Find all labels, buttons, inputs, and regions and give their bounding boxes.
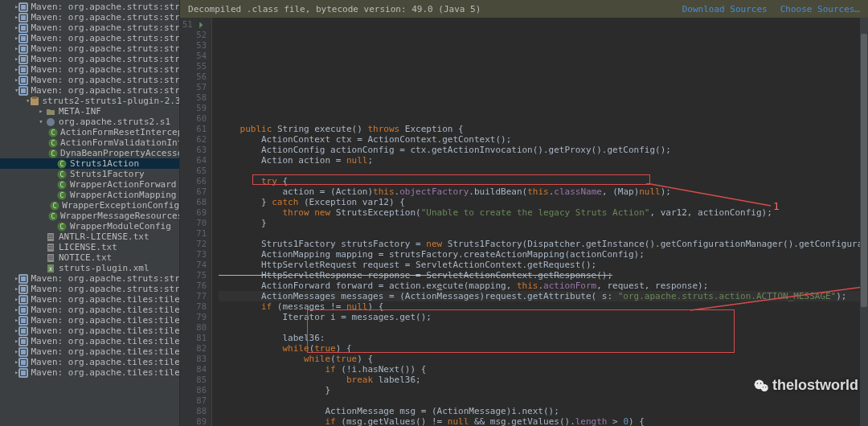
code-line[interactable]: } catch (Exception var12) {: [219, 197, 868, 207]
code-line[interactable]: [219, 166, 868, 176]
line-number: 63: [180, 145, 207, 155]
line-number: 83: [180, 354, 207, 364]
tree-item[interactable]: ▸Maven: org.apache.tiles:tiles-template:…: [0, 367, 179, 378]
file-icon: [45, 231, 56, 242]
tree-item[interactable]: ▾Maven: org.apache.struts:struts2-struts…: [0, 85, 179, 96]
svg-rect-17: [21, 57, 26, 62]
code-line[interactable]: ActionForward forward = action.execute(m…: [219, 281, 868, 291]
class-icon: C: [56, 190, 68, 200]
code-line[interactable]: while(true) {: [219, 343, 868, 354]
tree-item[interactable]: ▸Maven: org.apache.struts:struts-core:1.…: [0, 284, 179, 294]
tree-item[interactable]: NOTICE.txt: [0, 252, 179, 263]
tree-item-label: Maven: org.apache.struts:struts2-spring-…: [31, 75, 180, 85]
tree-item[interactable]: ▸Maven: org.apache.tiles:tiles-servlet:2…: [0, 357, 179, 367]
tree-item[interactable]: Xstruts-plugin.xml: [0, 263, 179, 273]
tree-item[interactable]: CWrapperMessageResources: [0, 211, 179, 221]
code-line[interactable]: HttpServletResponse response = ServletAc…: [219, 270, 868, 281]
tree-item-label: ANTLR-LICENSE.txt: [59, 231, 149, 242]
tree-item[interactable]: ▸Maven: org.apache.struts:struts2-conven…: [0, 2, 179, 12]
tree-item[interactable]: CStruts1Factory: [0, 169, 179, 179]
class-icon: C: [56, 179, 68, 190]
code-line[interactable]: while(true) {: [219, 354, 868, 364]
tree-item[interactable]: ▸Maven: org.apache.struts:struts2-siteme…: [0, 64, 179, 75]
tree-item[interactable]: CWrapperModuleConfig: [0, 221, 179, 231]
line-number: 76: [180, 281, 207, 291]
tree-item[interactable]: ▸Maven: org.apache.tiles:tiles-ognl:2.2.…: [0, 346, 179, 357]
tree-item[interactable]: ▾org.apache.struts2.s1: [0, 117, 179, 127]
tree-item[interactable]: ▸Maven: org.apache.struts:struts2-json-p…: [0, 54, 179, 64]
tree-item[interactable]: CDynaBeanPropertyAccessor: [0, 148, 179, 158]
tree-item[interactable]: ▾struts2-struts1-plugin-2.3.32.jarlibrar…: [0, 96, 179, 106]
tree-item[interactable]: ▸Maven: org.apache.struts:struts2-dojo-p…: [0, 23, 179, 33]
download-sources-link[interactable]: Download Sources: [682, 4, 768, 14]
tree-item[interactable]: ▸META-INF: [0, 106, 179, 117]
tree-item-label: Maven: org.apache.struts:struts2-dwr-plu…: [31, 33, 180, 43]
tree-item-label: Maven: org.apache.tiles:tiles-jsp:2.2.2: [31, 336, 180, 346]
banner-text: Decompiled .class file, bytecode version…: [188, 4, 481, 14]
tree-item[interactable]: ▸Maven: org.apache.struts:struts2-core:2…: [0, 12, 179, 23]
tree-item[interactable]: ▸Maven: org.apache.tiles:tiles-jsp:2.2.2: [0, 336, 179, 346]
maven-icon: [18, 294, 28, 305]
chevron-down-icon[interactable]: ▾: [37, 117, 45, 127]
tree-item-label: Maven: org.apache.tiles:tiles-core:2.2.2: [31, 305, 180, 315]
code-line[interactable]: ActionMessage msg = (ActionMessage)i.nex…: [219, 406, 868, 416]
svg-rect-8: [21, 26, 26, 31]
tree-item[interactable]: CStruts1Action: [0, 158, 179, 169]
tree-item-label: struts-plugin.xml: [59, 263, 149, 273]
maven-icon: [18, 326, 28, 336]
tree-item[interactable]: ▸Maven: org.apache.struts:struts2-dwr-pl…: [0, 33, 179, 43]
code-line[interactable]: Struts1Factory strutsFactory = new Strut…: [219, 239, 868, 249]
class-icon: C: [56, 158, 68, 169]
code-line[interactable]: ActionContext ctx = ActionContext.getCon…: [219, 134, 868, 145]
tree-item[interactable]: CWrapperActionMapping: [0, 190, 179, 200]
tree-item[interactable]: ▸Maven: org.apache.tiles:tiles-el:2.2.2: [0, 315, 179, 326]
code-line[interactable]: ActionMessages messages = (ActionMessage…: [219, 291, 868, 301]
line-gutter: 51 ⏵525354555657585960616263646566676869…: [180, 18, 212, 426]
code-line[interactable]: try {: [219, 176, 868, 186]
code-line[interactable]: ActionConfig actionConfig = ctx.getActio…: [219, 145, 868, 155]
project-tree[interactable]: ▸Maven: org.apache.struts:struts2-conven…: [0, 0, 180, 426]
code-line[interactable]: if (messages != null) {: [219, 301, 868, 312]
code-line[interactable]: action = (Action)this.objectFactory.buil…: [219, 186, 868, 197]
code-line[interactable]: label36:: [219, 333, 868, 343]
tree-item[interactable]: ▸Maven: org.apache.struts:struts2-jsf-pl…: [0, 43, 179, 54]
code-content[interactable]: 1 2 public String execute() throws Excep…: [212, 18, 868, 426]
tree-item[interactable]: LICENSE.txt: [0, 242, 179, 252]
code-line[interactable]: [219, 228, 868, 239]
tree-item[interactable]: ANTLR-LICENSE.txt: [0, 231, 179, 242]
code-line[interactable]: Action action = null;: [219, 155, 868, 166]
tree-item[interactable]: CActionFormValidationInterceptor: [0, 137, 179, 148]
code-line[interactable]: if (!i.hasNext()) {: [219, 364, 868, 375]
svg-text:C: C: [51, 129, 55, 137]
choose-sources-link[interactable]: Choose Sources…: [780, 4, 860, 14]
svg-point-101: [765, 387, 766, 387]
code-line[interactable]: ActionMapping mapping = strutsFactory.cr…: [219, 249, 868, 260]
code-line[interactable]: HttpServletRequest request = ServletActi…: [219, 260, 868, 270]
svg-rect-2: [21, 5, 26, 10]
tree-item-label: Maven: org.apache.struts:struts-core:1.3…: [31, 284, 180, 294]
svg-text:C: C: [60, 182, 64, 189]
tree-item[interactable]: ▸Maven: org.apache.struts:struts2-spring…: [0, 75, 179, 85]
code-line[interactable]: public String execute() throws Exception…: [219, 124, 868, 134]
tree-item[interactable]: CWrapperExceptionConfig: [0, 200, 179, 211]
svg-rect-75: [21, 308, 26, 313]
tree-item[interactable]: CWrapperActionForward: [0, 179, 179, 190]
editor-scrollbar[interactable]: [860, 18, 868, 426]
line-number: 60: [180, 113, 207, 124]
chevron-right-icon[interactable]: ▸: [37, 106, 45, 117]
code-line[interactable]: [219, 395, 868, 406]
tree-item[interactable]: ▸Maven: org.apache.tiles:tiles-api:2.2.2: [0, 294, 179, 305]
tree-item[interactable]: CActionFormResetInterceptor: [0, 127, 179, 137]
code-line[interactable]: Iterator i = messages.get();: [219, 312, 868, 322]
scrollbar-thumb[interactable]: [861, 34, 867, 307]
code-line[interactable]: throw new StrutsException("Unable to cre…: [219, 207, 868, 218]
tree-item[interactable]: ▸Maven: org.apache.tiles:tiles-freemarke…: [0, 326, 179, 336]
tree-item[interactable]: ▸Maven: org.apache.tiles:tiles-core:2.2.…: [0, 305, 179, 315]
tree-item[interactable]: ▸Maven: org.apache.struts:struts2-tiles-…: [0, 273, 179, 284]
svg-rect-11: [21, 36, 26, 41]
tree-item-label: DynaBeanPropertyAccessor: [60, 148, 180, 158]
code-line[interactable]: [219, 322, 868, 333]
code-line[interactable]: if (msg.getValues() != null && msg.getVa…: [219, 416, 868, 426]
line-number: 66: [180, 176, 207, 186]
code-line[interactable]: }: [219, 218, 868, 228]
